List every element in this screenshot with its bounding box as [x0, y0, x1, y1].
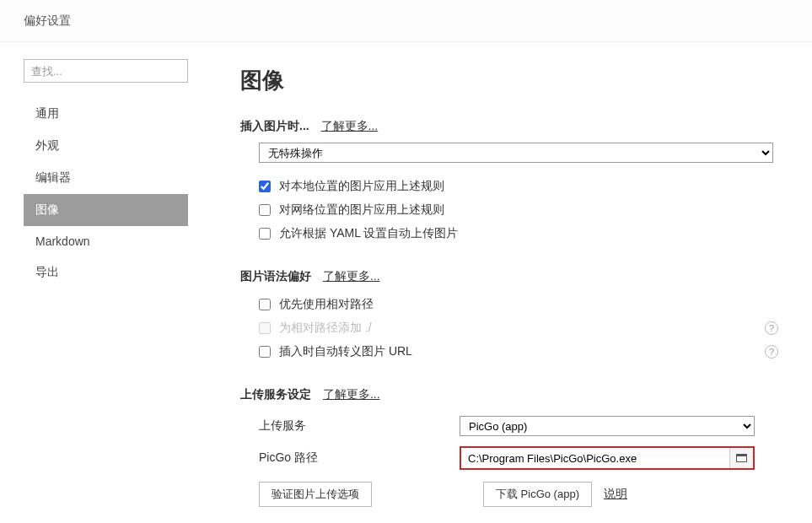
section-syntax: 图片语法偏好 了解更多... 优先使用相对路径 为相对路径添加 ./ ? 插入时…	[240, 269, 782, 364]
picgo-path-label: PicGo 路径	[259, 450, 460, 466]
insert-action-select[interactable]: 无特殊操作	[259, 143, 773, 163]
picgo-path-group	[460, 446, 755, 470]
sidebar-nav: 通用 外观 编辑器 图像 Markdown 导出	[24, 98, 190, 288]
picgo-path-input[interactable]	[461, 448, 729, 468]
section-insert-header: 插入图片时... 了解更多...	[240, 119, 782, 134]
sidebar-item-editor[interactable]: 编辑器	[24, 162, 188, 194]
cb-allow-yaml-upload[interactable]	[259, 228, 271, 240]
cb-allow-yaml-upload-label: 允许根据 YAML 设置自动上传图片	[279, 226, 458, 241]
cb-escape-url[interactable]	[259, 346, 271, 358]
browse-button[interactable]	[729, 448, 753, 468]
cb-escape-url-label: 插入时自动转义图片 URL	[279, 344, 412, 359]
cb-add-dot-slash-label: 为相对路径添加 ./	[279, 321, 372, 336]
sidebar-item-general[interactable]: 通用	[24, 98, 188, 130]
download-picgo-button[interactable]: 下载 PicGo (app)	[483, 482, 592, 507]
help-icon[interactable]: ?	[765, 321, 778, 335]
sidebar-item-appearance[interactable]: 外观	[24, 130, 188, 162]
section-upload-title: 上传服务设定	[240, 387, 311, 401]
learn-more-upload[interactable]: 了解更多...	[323, 387, 380, 401]
cb-apply-local[interactable]	[259, 181, 271, 192]
cb-prefer-relative-label: 优先使用相对路径	[279, 297, 374, 312]
cb-prefer-relative[interactable]	[259, 299, 271, 310]
section-syntax-header: 图片语法偏好 了解更多...	[240, 269, 782, 284]
sidebar-item-markdown[interactable]: Markdown	[24, 226, 188, 256]
section-upload: 上传服务设定 了解更多... 上传服务 PicGo (app) PicGo 路径	[240, 387, 782, 507]
help-icon[interactable]: ?	[765, 345, 778, 359]
upload-service-label: 上传服务	[259, 418, 460, 434]
upload-service-select[interactable]: PicGo (app)	[460, 416, 755, 436]
cb-apply-local-label: 对本地位置的图片应用上述规则	[279, 179, 444, 194]
learn-more-syntax[interactable]: 了解更多...	[323, 269, 380, 283]
help-link[interactable]: 说明	[604, 487, 627, 502]
window-title: 偏好设置	[24, 13, 71, 29]
learn-more-insert[interactable]: 了解更多...	[321, 119, 379, 132]
cb-add-dot-slash	[259, 322, 271, 334]
section-upload-header: 上传服务设定 了解更多...	[240, 387, 782, 402]
folder-icon	[736, 454, 747, 462]
section-insert: 插入图片时... 了解更多... 无特殊操作 对本地位置的图片应用上述规则 对网…	[240, 119, 782, 245]
validate-upload-button[interactable]: 验证图片上传选项	[259, 482, 372, 507]
section-syntax-title: 图片语法偏好	[240, 269, 311, 283]
cb-apply-network[interactable]	[259, 204, 271, 216]
titlebar: 偏好设置	[0, 0, 812, 42]
search-input[interactable]	[24, 59, 188, 83]
sidebar-item-export[interactable]: 导出	[24, 256, 188, 288]
cb-apply-network-label: 对网络位置的图片应用上述规则	[279, 202, 444, 218]
section-insert-title: 插入图片时...	[240, 119, 309, 132]
sidebar: 通用 外观 编辑器 图像 Markdown 导出	[0, 42, 190, 523]
main-panel: 图像 插入图片时... 了解更多... 无特殊操作 对本地位置的图片应用上述规则…	[190, 42, 812, 523]
page-title: 图像	[240, 66, 782, 95]
sidebar-item-image[interactable]: 图像	[24, 194, 188, 226]
